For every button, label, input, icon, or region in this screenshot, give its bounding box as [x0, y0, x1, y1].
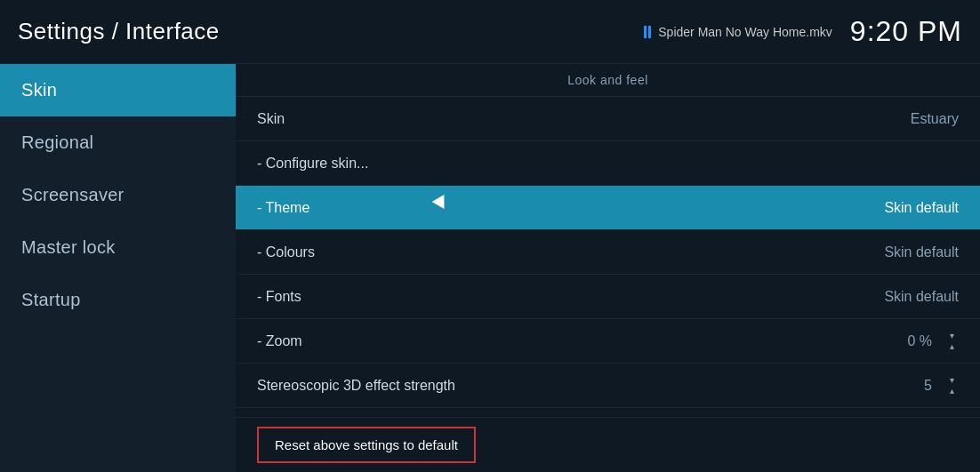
setting-label: - Fonts	[257, 289, 301, 305]
setting-row-fonts[interactable]: - Fonts Skin default	[236, 275, 980, 319]
reset-section: Reset above settings to default	[236, 417, 980, 472]
settings-list: Skin Estuary - Configure skin... - Theme…	[236, 97, 980, 417]
zoom-up-arrow[interactable]: ▴	[944, 342, 959, 351]
now-playing: Spider Man No Way Home.mkv	[644, 25, 832, 39]
setting-label: - Configure skin...	[257, 156, 368, 172]
play-bar-2	[648, 26, 651, 38]
sidebar-item-regional[interactable]: Regional	[0, 116, 236, 169]
app-header: Settings / Interface Spider Man No Way H…	[0, 0, 980, 64]
reset-button[interactable]: Reset above settings to default	[257, 427, 476, 463]
setting-row-theme[interactable]: - Theme Skin default	[236, 186, 980, 230]
zoom-spinner[interactable]: ▾ ▴	[944, 332, 959, 351]
now-playing-title: Spider Man No Way Home.mkv	[658, 25, 832, 39]
setting-label: Skin	[257, 111, 285, 127]
setting-row-colours[interactable]: - Colours Skin default	[236, 230, 980, 275]
stereo-spinner[interactable]: ▾ ▴	[944, 376, 959, 396]
sidebar-item-label: Skin	[21, 80, 57, 100]
zoom-down-arrow[interactable]: ▾	[944, 332, 959, 340]
sidebar-item-label: Master lock	[21, 237, 116, 257]
page-title: Settings / Interface	[18, 18, 220, 45]
time-display: 9:20 PM	[850, 15, 962, 48]
setting-label: - Colours	[257, 244, 315, 260]
setting-row-stereo-3d[interactable]: Stereoscopic 3D effect strength 5 ▾ ▴	[236, 364, 980, 408]
section-header: Look and feel	[236, 64, 980, 97]
setting-value: Skin default	[884, 289, 959, 305]
setting-value: Skin default	[884, 200, 959, 216]
sidebar-item-label: Regional	[21, 132, 93, 152]
setting-row-skin[interactable]: Skin Estuary	[236, 97, 980, 141]
sidebar: Skin Regional Screensaver Master lock St…	[0, 64, 236, 472]
zoom-value: 0 %	[907, 333, 932, 349]
setting-row-configure-skin[interactable]: - Configure skin...	[236, 141, 980, 186]
stereo-up-arrow[interactable]: ▴	[944, 387, 959, 396]
sidebar-item-startup[interactable]: Startup	[0, 274, 236, 326]
sidebar-item-skin[interactable]: Skin	[0, 64, 236, 116]
content-area: Look and feel Skin Estuary - Configure s…	[236, 64, 980, 472]
header-right: Spider Man No Way Home.mkv 9:20 PM	[644, 15, 962, 48]
main-layout: Skin Regional Screensaver Master lock St…	[0, 64, 980, 472]
setting-label: - Theme	[257, 200, 309, 216]
setting-row-zoom[interactable]: - Zoom 0 % ▾ ▴	[236, 319, 980, 364]
sidebar-item-label: Screensaver	[21, 185, 125, 204]
setting-value: 0 % ▾ ▴	[907, 332, 959, 351]
stereo-down-arrow[interactable]: ▾	[944, 376, 959, 385]
sidebar-item-label: Startup	[21, 290, 81, 309]
play-bar-1	[644, 26, 647, 38]
setting-row-rss[interactable]: Show RSS news feeds	[236, 408, 980, 417]
setting-label: - Zoom	[257, 333, 302, 349]
setting-value: 5 ▾ ▴	[924, 376, 959, 396]
play-icon	[644, 26, 651, 38]
stereo-value: 5	[924, 378, 932, 394]
setting-value: Skin default	[884, 244, 959, 260]
setting-label: Stereoscopic 3D effect strength	[257, 378, 455, 394]
sidebar-item-master-lock[interactable]: Master lock	[0, 221, 236, 274]
setting-value: Estuary	[911, 111, 959, 127]
sidebar-item-screensaver[interactable]: Screensaver	[0, 169, 236, 221]
